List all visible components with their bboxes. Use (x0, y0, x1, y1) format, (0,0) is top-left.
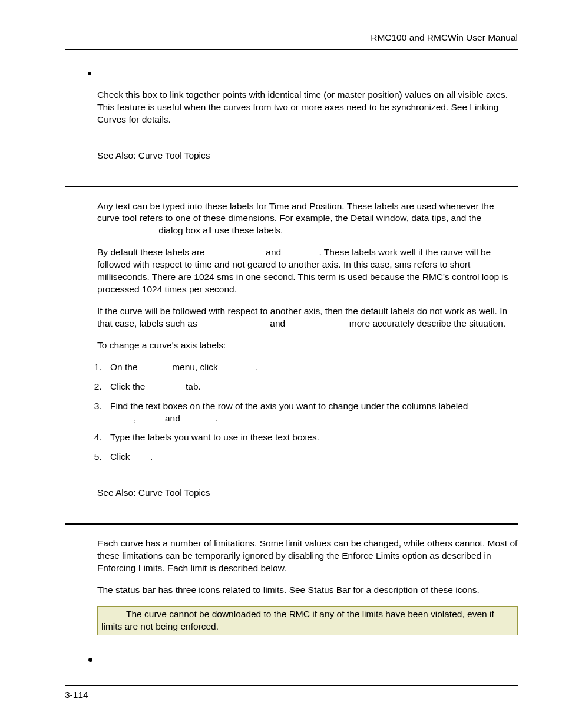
text-fragment: . (150, 452, 153, 462)
page-number: 3-114 (65, 690, 88, 700)
header-title: RMC100 and RMCWin User Manual (371, 32, 518, 42)
text-fragment: Any text can be typed into these labels … (97, 201, 494, 223)
step-item: On the menu, click . (104, 361, 518, 374)
text-fragment: Find the text boxes on the row of the ax… (110, 401, 468, 411)
text-fragment: and (263, 247, 283, 257)
section-divider (65, 186, 518, 187)
text-fragment: . (256, 362, 258, 372)
section-limits: Each curve has a number of limitations. … (65, 538, 518, 665)
link-points-paragraph: Check this box to link together points w… (97, 89, 518, 126)
change-labels-intro: To change a curve's axis labels: (97, 340, 518, 352)
text-fragment: By default these labels are (97, 247, 207, 257)
square-bullet-icon (88, 72, 91, 75)
step-item: Find the text boxes on the row of the ax… (104, 400, 518, 425)
limits-intro-paragraph: Each curve has a number of limitations. … (97, 538, 518, 575)
round-bullet-icon (88, 658, 92, 662)
text-fragment: dialog box all use these labels. (156, 225, 283, 235)
steps-list: On the menu, click . Click the tab. Find… (65, 361, 518, 464)
note-box: The curve cannot be downloaded to the RM… (97, 606, 518, 635)
step-item: Click . (104, 451, 518, 463)
section-link-points: Check this box to link together points w… (65, 72, 518, 162)
text-fragment: Click the (110, 381, 148, 391)
section-divider (65, 523, 518, 525)
alt-labels-paragraph: If the curve will be followed with respe… (97, 305, 518, 330)
page-footer: 3-114 (65, 685, 518, 701)
see-also-line: See Also: Curve Tool Topics (97, 487, 518, 499)
note-text: The curve cannot be downloaded to the RM… (101, 609, 494, 631)
text-fragment: and (267, 318, 287, 328)
labels-intro-paragraph: Any text can be typed into these labels … (97, 200, 518, 238)
page-header: RMC100 and RMCWin User Manual (65, 32, 518, 50)
section-axis-labels: Any text can be typed into these labels … (65, 200, 518, 500)
text-fragment: Click (110, 452, 133, 462)
see-also-line: See Also: Curve Tool Topics (97, 150, 518, 162)
text-fragment: , (134, 413, 139, 423)
text-fragment: menu, click (170, 362, 220, 372)
text-fragment: and (163, 413, 183, 423)
status-bar-paragraph: The status bar has three icons related t… (97, 584, 518, 597)
text-fragment: On the (110, 362, 140, 372)
step-item: Click the tab. (104, 381, 518, 393)
text-fragment: tab. (183, 381, 201, 391)
default-labels-paragraph: By default these labels are and . These … (97, 246, 518, 296)
step-item: Type the labels you want to use in these… (104, 431, 518, 444)
text-fragment: more accurately describe the situation. (347, 318, 506, 328)
text-fragment: . (215, 413, 217, 423)
